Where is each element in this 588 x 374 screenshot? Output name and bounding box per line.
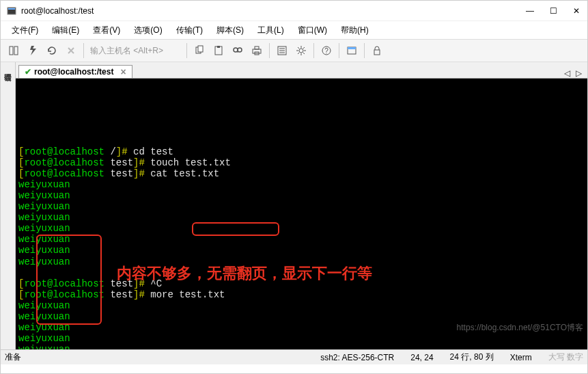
terminal-line: weiyuxuan (18, 333, 585, 344)
session-tab[interactable]: ✔ root@localhost:/test × (18, 65, 132, 78)
annotation-text: 内容不够多，无需翻页，显示下一行等 (117, 265, 372, 282)
terminal-line: weiyuxuan (18, 300, 585, 311)
svg-text:?: ? (324, 47, 328, 55)
menu-window[interactable]: 窗口(W) (292, 23, 333, 38)
menu-view[interactable]: 查看(V) (87, 23, 126, 38)
status-bar: 准备 ssh2: AES-256-CTR 24, 24 24 行, 80 列 X… (1, 349, 587, 364)
tab-nav-left[interactable]: ◁ (564, 68, 570, 78)
host-input[interactable]: 输入主机名 <Alt+R> (87, 45, 183, 57)
menu-tools[interactable]: 工具(L) (252, 23, 290, 38)
svg-rect-3 (14, 46, 18, 55)
status-ssh: ssh2: AES-256-CTR (320, 353, 394, 362)
terminal-line: weiyuxuan (18, 344, 585, 349)
svg-rect-2 (10, 46, 13, 55)
svg-rect-5 (198, 46, 203, 52)
tab-title: root@localhost:/test (34, 67, 113, 77)
reconnect-icon[interactable] (43, 42, 61, 59)
toolbar-separator (186, 43, 187, 58)
terminal-line: weiyuxuan (18, 223, 585, 234)
toolbar: 输入主机名 <Alt+R> ? (1, 39, 587, 62)
svg-point-9 (238, 48, 242, 52)
maximize-button[interactable]: ☐ (548, 5, 559, 16)
menu-script[interactable]: 脚本(S) (211, 23, 249, 38)
svg-rect-10 (253, 49, 261, 53)
terminal-line: weiyuxuan (18, 311, 585, 322)
svg-rect-11 (255, 46, 259, 49)
disconnect-icon[interactable] (62, 42, 80, 59)
status-ready: 准备 (5, 351, 21, 363)
close-button[interactable]: ✕ (571, 5, 582, 16)
toolbar-separator (364, 43, 365, 58)
svg-rect-7 (217, 46, 220, 48)
find-icon[interactable] (229, 42, 247, 59)
window-title: root@localhost:/test (21, 6, 524, 16)
minimize-button[interactable]: — (524, 5, 535, 16)
terminal-line: [root@localhost test]# cat test.txt (18, 168, 585, 179)
terminal-line: [root@localhost test]# touch test.txt (18, 157, 585, 168)
terminal-line: [root@localhost /]# cd test (18, 146, 585, 157)
menu-edit[interactable]: 编辑(E) (46, 23, 85, 38)
paste-icon[interactable] (210, 42, 227, 59)
toolbar-separator (83, 43, 84, 58)
copy-icon[interactable] (191, 42, 208, 59)
svg-rect-19 (374, 50, 380, 55)
svg-rect-1 (8, 8, 15, 10)
lock-icon[interactable] (368, 42, 386, 59)
svg-point-8 (234, 48, 238, 52)
tab-close-button[interactable]: × (120, 67, 126, 77)
help-icon[interactable]: ? (318, 42, 335, 59)
svg-rect-18 (348, 47, 356, 49)
toolbar-separator (269, 43, 270, 58)
terminal-line: [root@localhost test]# more test.txt (18, 289, 585, 300)
terminal-line: weiyuxuan (18, 212, 585, 223)
status-term: Xterm (510, 353, 532, 362)
svg-point-14 (299, 49, 303, 53)
terminal-output[interactable]: 内容不够多，无需翻页，显示下一行等 https://blog.csdn.net/… (16, 79, 587, 349)
session-manager-icon[interactable] (5, 42, 23, 59)
menu-help[interactable]: 帮助(H) (335, 23, 374, 38)
terminal-line: weiyuxuan (18, 322, 585, 333)
terminal-line: weiyuxuan (18, 179, 585, 190)
print-icon[interactable] (248, 42, 266, 59)
toolbar-separator (339, 43, 339, 58)
tab-bar: ✔ root@localhost:/test × ◁ ▷ (16, 62, 587, 79)
terminal-line: weiyuxuan (18, 245, 585, 256)
toolbar-separator (313, 43, 314, 58)
menu-options[interactable]: 选项(O) (128, 23, 167, 38)
terminal-line: weiyuxuan (18, 190, 585, 201)
tab-nav-right[interactable]: ▷ (576, 68, 582, 78)
terminal-line: weiyuxuan (18, 234, 585, 245)
properties-icon[interactable] (273, 42, 291, 59)
new-window-icon[interactable] (343, 42, 361, 59)
status-size: 24 行, 80 列 (450, 351, 494, 363)
window-titlebar: root@localhost:/test — ☐ ✕ (1, 1, 587, 21)
settings-icon[interactable] (292, 42, 310, 59)
session-manager-sidebar[interactable]: 会话管理器 (1, 62, 16, 349)
check-icon: ✔ (25, 67, 31, 77)
menu-file[interactable]: 文件(F) (6, 23, 44, 38)
terminal-line: weiyuxuan (18, 201, 585, 212)
menu-bar: 文件(F) 编辑(E) 查看(V) 选项(O) 传输(T) 脚本(S) 工具(L… (1, 21, 587, 39)
status-caps: 大写 数字 (548, 351, 583, 363)
app-icon (6, 5, 17, 16)
menu-transfer[interactable]: 传输(T) (171, 23, 208, 38)
status-cursor-pos: 24, 24 (410, 353, 433, 362)
quick-connect-icon[interactable] (24, 42, 42, 59)
